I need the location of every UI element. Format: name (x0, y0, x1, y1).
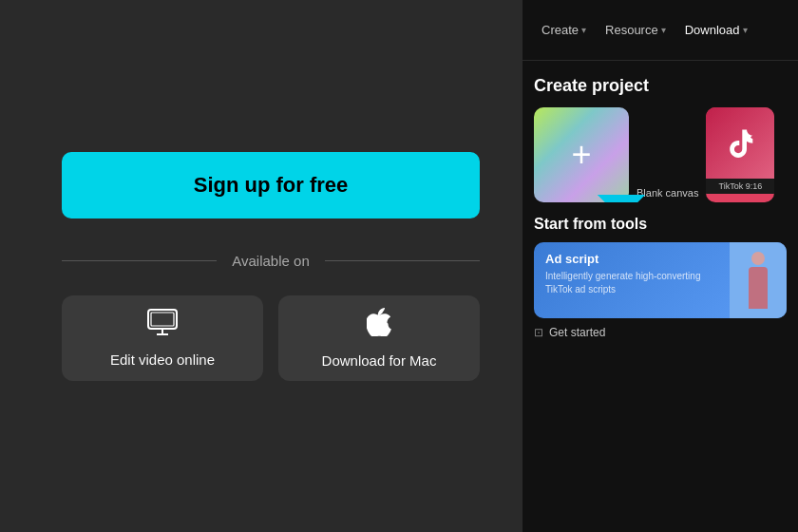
nav-resource[interactable]: Resource ▾ (598, 19, 674, 41)
ad-script-card[interactable]: Ad script Intelligently generate high-co… (534, 242, 787, 318)
create-project-title: Create project (522, 61, 798, 107)
signup-button[interactable]: Sign up for free (62, 152, 480, 218)
tiktok-card-bg (706, 107, 774, 179)
chevron-down-icon: ▾ (661, 25, 666, 35)
person-head (751, 252, 765, 265)
ad-script-desc: Intelligently generate high-converting T… (545, 270, 718, 296)
nav-download[interactable]: Download ▾ (677, 19, 755, 41)
tiktok-card[interactable]: TikTok 9:16 (706, 107, 774, 202)
project-cards: + Blank canvas TikTok 9:16 (522, 107, 798, 202)
person-body (749, 267, 768, 309)
right-panel: Create ▾ Resource ▾ Download ▾ Create pr… (522, 0, 798, 532)
svg-rect-1 (151, 313, 174, 326)
tiktok-label: TikTok 9:16 (706, 179, 774, 194)
apple-icon (367, 308, 391, 343)
edit-online-button[interactable]: Edit video online (62, 295, 263, 381)
left-panel: Sign up for free Available on Edit video… (0, 0, 542, 532)
tools-section-title: Start from tools (522, 202, 798, 242)
divider-left (62, 260, 217, 261)
chevron-down-icon: ▾ (581, 25, 586, 35)
blank-canvas-label: Blank canvas (636, 187, 698, 202)
ad-script-title: Ad script (545, 252, 718, 266)
platform-row: Edit video online Download for Mac (62, 295, 480, 381)
get-started-label: Get started (549, 326, 605, 339)
chevron-down-icon: ▾ (743, 25, 748, 35)
edit-online-label: Edit video online (110, 352, 215, 368)
available-on-row: Available on (62, 253, 480, 269)
get-started-row[interactable]: ⊡ Get started (522, 318, 798, 347)
top-nav: Create ▾ Resource ▾ Download ▾ (522, 0, 798, 61)
download-mac-label: Download for Mac (322, 352, 437, 369)
blank-canvas-card[interactable]: + (534, 107, 629, 202)
get-started-icon: ⊡ (534, 326, 543, 339)
divider-right (325, 260, 480, 261)
download-mac-button[interactable]: Download for Mac (278, 295, 480, 381)
ad-script-text: Ad script Intelligently generate high-co… (534, 242, 730, 318)
nav-create[interactable]: Create ▾ (534, 19, 594, 41)
person-illustration (744, 252, 772, 309)
ad-script-image (730, 242, 787, 318)
monitor-icon (147, 309, 178, 342)
plus-icon: + (571, 138, 591, 172)
available-on-label: Available on (232, 253, 309, 269)
